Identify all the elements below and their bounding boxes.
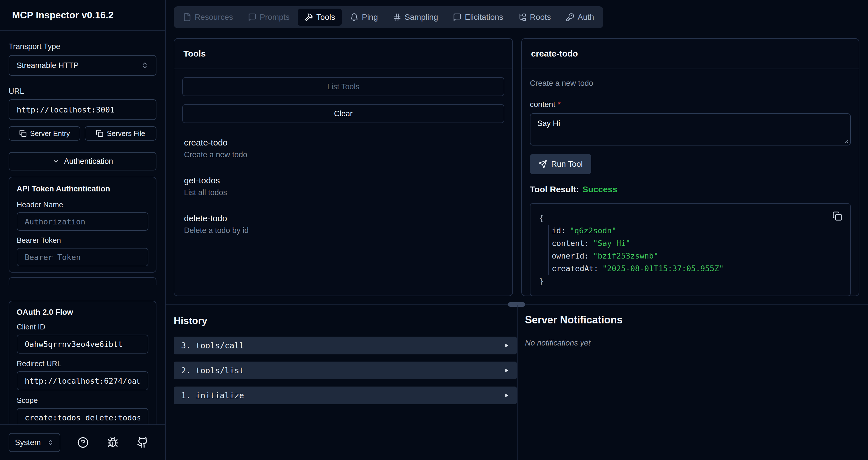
json-field-ownerId: ownerId:"bzif253zswnb" bbox=[539, 250, 842, 262]
tab-sampling-label: Sampling bbox=[405, 12, 438, 22]
bearer-token-input[interactable] bbox=[17, 248, 148, 266]
bell-icon bbox=[350, 13, 359, 22]
server-notifications-panel: Server Notifications No notifications ye… bbox=[525, 314, 858, 348]
hammer-icon bbox=[305, 13, 313, 22]
tab-tools[interactable]: Tools bbox=[298, 9, 342, 26]
folder-tree-icon bbox=[518, 13, 527, 22]
tool-list-item-create-todo[interactable]: create-todo Create a new todo bbox=[184, 137, 503, 159]
key-icon bbox=[566, 13, 575, 22]
theme-select[interactable]: System bbox=[9, 433, 60, 452]
content-textarea[interactable]: Say Hi bbox=[530, 113, 851, 145]
json-value: "2025-08-01T15:37:05.955Z" bbox=[602, 264, 724, 273]
run-tool-label: Run Tool bbox=[551, 160, 583, 169]
tab-prompts-label: Prompts bbox=[260, 12, 290, 22]
tool-list-item-get-todos[interactable]: get-todos List all todos bbox=[184, 175, 503, 197]
tab-elicitations[interactable]: Elicitations bbox=[446, 9, 510, 26]
history-row-label: 3. tools/call bbox=[181, 341, 244, 350]
tool-detail-panel: create-todo Create a new todo content* S… bbox=[521, 38, 859, 296]
history-row-tools-call[interactable]: 3. tools/call bbox=[174, 337, 517, 354]
tool-name: create-todo bbox=[184, 137, 503, 148]
servers-file-button[interactable]: Servers File bbox=[85, 126, 156, 141]
history-panel: History 3. tools/call 2. tools/list 1. i… bbox=[174, 315, 517, 412]
list-tools-button[interactable]: List Tools bbox=[182, 77, 504, 96]
bug-report-button[interactable] bbox=[107, 437, 119, 448]
content-field-label: content* bbox=[530, 100, 851, 109]
url-input[interactable] bbox=[9, 99, 156, 120]
content-label-text: content bbox=[530, 100, 555, 109]
tool-description: Create a new todo bbox=[184, 150, 503, 159]
tab-ping-label: Ping bbox=[362, 12, 378, 22]
json-key: createdAt: bbox=[552, 264, 598, 273]
expand-arrow-icon bbox=[503, 392, 509, 399]
tab-elicitations-label: Elicitations bbox=[465, 12, 503, 22]
hash-icon bbox=[393, 13, 402, 22]
file-icon bbox=[183, 13, 191, 22]
tools-panel: Tools List Tools Clear create-todo Creat… bbox=[174, 38, 513, 296]
content-textarea-wrap: Say Hi bbox=[530, 113, 851, 146]
history-rows: 3. tools/call 2. tools/list 1. initializ… bbox=[174, 337, 517, 404]
tools-panel-header: Tools bbox=[174, 39, 513, 69]
transport-type-select[interactable]: Streamable HTTP bbox=[9, 55, 156, 76]
chevrons-up-down-icon bbox=[47, 439, 54, 446]
tab-resources-label: Resources bbox=[195, 12, 233, 22]
expand-arrow-icon bbox=[503, 342, 509, 349]
client-id-input[interactable] bbox=[17, 335, 148, 354]
tool-list-item-delete-todo[interactable]: delete-todo Delete a todo by id bbox=[184, 213, 503, 235]
tool-list: create-todo Create a new todo get-todos … bbox=[182, 137, 504, 235]
scope-input[interactable] bbox=[17, 408, 148, 424]
transport-type-label: Transport Type bbox=[9, 42, 156, 51]
tab-sampling[interactable]: Sampling bbox=[386, 9, 445, 26]
tool-detail-description: Create a new todo bbox=[530, 78, 851, 88]
json-field-createdAt: createdAt:"2025-08-01T15:37:05.955Z" bbox=[539, 262, 842, 275]
tool-detail-body: Create a new todo content* Say Hi Run To… bbox=[522, 69, 859, 304]
tab-roots-label: Roots bbox=[530, 12, 551, 22]
github-button[interactable] bbox=[137, 437, 148, 448]
tool-result-line: Tool Result:Success bbox=[530, 184, 851, 195]
api-token-auth-card: API Token Authentication Header Name Bea… bbox=[9, 177, 156, 273]
theme-value: System bbox=[15, 438, 41, 447]
message-square-icon bbox=[248, 13, 257, 22]
history-row-tools-list[interactable]: 2. tools/list bbox=[174, 362, 517, 380]
oauth-flow-title: OAuth 2.0 Flow bbox=[17, 308, 148, 317]
json-key: id: bbox=[552, 226, 566, 235]
redirect-url-input[interactable] bbox=[17, 371, 148, 390]
history-row-label: 2. tools/list bbox=[181, 366, 244, 375]
server-buttons-row: Server Entry Servers File bbox=[9, 126, 156, 141]
clear-button[interactable]: Clear bbox=[182, 104, 504, 123]
tool-result-label: Tool Result: bbox=[530, 185, 579, 194]
authentication-toggle[interactable]: Authentication bbox=[9, 152, 156, 170]
footer-icons bbox=[77, 437, 148, 448]
tab-tools-label: Tools bbox=[316, 12, 335, 22]
tab-roots[interactable]: Roots bbox=[511, 9, 558, 26]
header-name-input[interactable] bbox=[17, 212, 148, 231]
json-value: "Say Hi" bbox=[593, 239, 630, 248]
tool-result-status: Success bbox=[582, 185, 617, 194]
tab-resources: Resources bbox=[176, 9, 240, 26]
tool-description: List all todos bbox=[184, 188, 503, 197]
json-indent-guide bbox=[548, 225, 549, 275]
sidebar-scroll-area: Transport Type Streamable HTTP URL Serve… bbox=[0, 31, 165, 301]
main-area: Resources Prompts Tools Ping Sampling El… bbox=[166, 0, 868, 460]
tab-ping[interactable]: Ping bbox=[343, 9, 384, 26]
redirect-url-label: Redirect URL bbox=[17, 359, 148, 368]
copy-icon bbox=[96, 130, 103, 137]
tab-auth[interactable]: Auth bbox=[559, 9, 601, 26]
history-row-initialize[interactable]: 1. initialize bbox=[174, 387, 517, 404]
transport-type-value: Streamable HTTP bbox=[17, 61, 79, 70]
json-value: "bzif253zswnb" bbox=[593, 251, 658, 260]
json-field-content: content:"Say Hi" bbox=[539, 237, 842, 250]
tools-panel-title: Tools bbox=[183, 49, 206, 59]
json-close-brace: } bbox=[539, 275, 842, 288]
panel-resize-handle[interactable] bbox=[508, 302, 525, 307]
help-button[interactable] bbox=[77, 437, 89, 448]
run-tool-button[interactable]: Run Tool bbox=[530, 154, 591, 174]
json-open-brace: { bbox=[539, 212, 842, 224]
message-square-icon bbox=[453, 13, 462, 22]
json-field-id: id:"q6z2sodn" bbox=[539, 224, 842, 237]
server-notifications-title: Server Notifications bbox=[525, 314, 858, 326]
server-entry-button[interactable]: Server Entry bbox=[9, 126, 81, 141]
tab-prompts: Prompts bbox=[241, 9, 297, 26]
copy-result-button[interactable] bbox=[832, 211, 842, 221]
tool-detail-header: create-todo bbox=[522, 39, 859, 69]
scope-label: Scope bbox=[17, 396, 148, 405]
